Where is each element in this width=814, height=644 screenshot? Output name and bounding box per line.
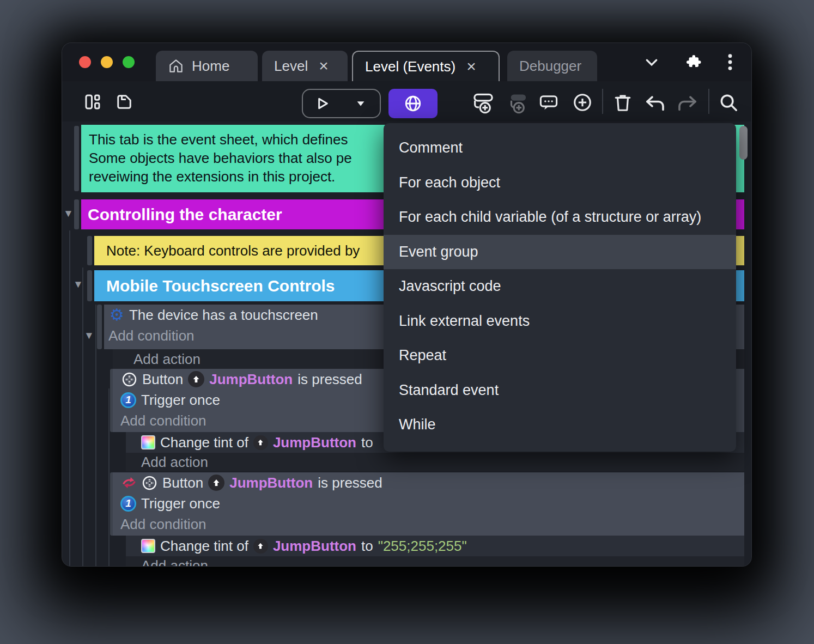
drag-handle[interactable]: [87, 270, 92, 301]
action-to-word: to: [361, 434, 373, 451]
tab-level-events-label: Level (Events): [365, 58, 455, 75]
add-action-button[interactable]: Add action: [141, 454, 208, 471]
action-text: Change tint of: [160, 538, 248, 555]
tint-color-icon: [141, 435, 155, 449]
indent-guide: [82, 268, 83, 567]
title-bar: Home Level × Level (Events) × Debugger: [62, 43, 751, 81]
drag-handle[interactable]: [74, 126, 79, 191]
zoom-window-button[interactable]: [123, 56, 135, 68]
menu-item-link-external-events[interactable]: Link external events: [384, 304, 736, 339]
trigger-once-text: Trigger once: [141, 392, 220, 409]
add-event-context-menu: Comment For each object For each child v…: [384, 123, 736, 452]
play-options-caret[interactable]: [342, 98, 380, 110]
gamepad-button-icon: [122, 372, 137, 387]
tab-home[interactable]: Home: [156, 51, 258, 81]
object-thumbnail-arrow-icon: [208, 475, 224, 491]
object-name: JumpButton: [229, 475, 313, 491]
menu-item-comment[interactable]: Comment: [384, 131, 736, 166]
play-button[interactable]: [303, 95, 341, 112]
close-window-button[interactable]: [79, 56, 91, 68]
menu-item-for-each-child-variable[interactable]: For each child variable (of a structure …: [384, 200, 736, 235]
play-button-group: [302, 89, 381, 118]
add-condition-button[interactable]: Add condition: [120, 412, 206, 429]
add-comment-button[interactable]: [538, 92, 560, 114]
condition-text: The device has a touchscreen: [129, 307, 318, 324]
collapse-arrow-icon[interactable]: ▼: [84, 330, 94, 342]
minimize-window-button[interactable]: [101, 56, 113, 68]
menu-item-standard-event[interactable]: Standard event: [384, 373, 736, 408]
object-name: JumpButton: [273, 538, 356, 555]
chevron-down-icon[interactable]: [643, 54, 660, 70]
screenshot-stage: Home Level × Level (Events) × Debugger: [0, 0, 814, 644]
search-icon[interactable]: [718, 92, 739, 113]
drag-handle[interactable]: [97, 305, 102, 349]
condition-suffix: is pressed: [297, 371, 362, 388]
red-arrows-icon: [122, 475, 137, 490]
action-change-tint-2[interactable]: Change tint of JumpButton to "255;255;25…: [126, 536, 744, 556]
drag-handle[interactable]: [74, 199, 79, 229]
delete-trash-button[interactable]: [612, 92, 633, 113]
object-name: JumpButton: [209, 371, 293, 388]
scrollbar-thumb[interactable]: [739, 126, 748, 160]
condition-suffix: is pressed: [318, 475, 382, 491]
kebab-menu-icon[interactable]: [727, 53, 733, 71]
save-icon[interactable]: [114, 92, 134, 112]
redo-button[interactable]: [677, 92, 698, 114]
event-jumpbutton-pressed-2[interactable]: Button JumpButton is pressed 1 Trigger o…: [113, 472, 744, 536]
tab-debugger-label: Debugger: [519, 58, 581, 75]
action-to-word: to: [361, 538, 373, 555]
tab-home-label: Home: [192, 58, 229, 75]
home-icon: [168, 58, 184, 74]
indent-guide: [69, 230, 70, 567]
object-name: JumpButton: [273, 434, 356, 451]
object-thumbnail-arrow-icon: [188, 371, 204, 387]
tab-level-label: Level: [274, 58, 308, 75]
tab-debugger[interactable]: Debugger: [507, 51, 597, 81]
close-icon[interactable]: ×: [319, 58, 329, 74]
divider: [602, 89, 603, 114]
preview-over-network-button[interactable]: [388, 89, 438, 118]
layout-panels-icon[interactable]: [83, 92, 102, 112]
condition-object-label: Button: [142, 371, 183, 388]
trigger-once-text: Trigger once: [141, 495, 220, 512]
gamepad-button-icon: [142, 475, 157, 491]
add-condition-button[interactable]: Add condition: [108, 327, 195, 344]
close-icon[interactable]: ×: [466, 58, 476, 75]
globe-icon: [404, 94, 422, 113]
tab-level[interactable]: Level ×: [262, 51, 348, 81]
object-thumbnail-arrow-icon: [253, 435, 268, 450]
menu-item-event-group[interactable]: Event group: [384, 235, 736, 270]
menu-item-repeat[interactable]: Repeat: [384, 338, 736, 373]
gear-icon: ⚙: [110, 307, 124, 323]
indent-guide: [108, 388, 110, 567]
extensions-puzzle-icon[interactable]: [685, 53, 702, 71]
tint-color-icon: [141, 539, 155, 553]
title-actions: [643, 43, 751, 81]
menu-item-for-each-object[interactable]: For each object: [384, 166, 736, 201]
add-action-button[interactable]: Add action: [133, 351, 201, 368]
menu-item-javascript-code[interactable]: Javascript code: [384, 269, 736, 304]
add-condition-button[interactable]: Add condition: [120, 516, 206, 533]
add-action-row[interactable]: Add action: [126, 556, 744, 567]
action-text: Change tint of: [160, 434, 248, 451]
app-window: Home Level × Level (Events) × Debugger: [62, 42, 752, 567]
divider: [708, 89, 709, 114]
object-thumbnail-arrow-icon: [253, 539, 268, 554]
tab-level-events[interactable]: Level (Events) ×: [352, 51, 500, 81]
add-action-row[interactable]: Add action: [126, 453, 744, 471]
add-event-button[interactable]: [472, 91, 495, 114]
collapse-arrow-icon[interactable]: ▼: [73, 278, 83, 290]
drag-handle[interactable]: [87, 236, 92, 265]
trigger-once-icon: 1: [120, 392, 136, 408]
tint-value-string: "255;255;255": [378, 538, 467, 555]
circle-plus-icon[interactable]: [572, 92, 593, 113]
collapse-arrow-icon[interactable]: ▼: [63, 208, 74, 220]
trigger-once-icon: 1: [120, 496, 136, 512]
undo-button[interactable]: [644, 92, 666, 114]
indent-guide: [95, 305, 96, 567]
add-subevent-button[interactable]: [506, 91, 529, 114]
toolbar: [62, 81, 751, 121]
condition-object-label: Button: [162, 475, 203, 491]
add-action-button[interactable]: Add action: [141, 557, 208, 567]
menu-item-while[interactable]: While: [384, 408, 736, 442]
